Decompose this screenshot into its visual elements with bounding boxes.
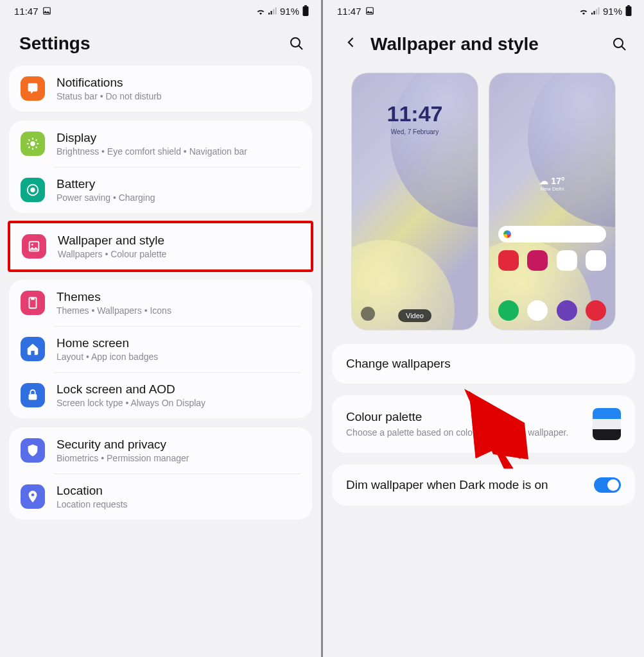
- row-subtitle: Biometrics • Permission manager: [57, 453, 300, 463]
- settings-row-notifications[interactable]: NotificationsStatus bar • Do not disturb: [9, 65, 312, 112]
- wallpaper-icon: [22, 234, 46, 259]
- wifi-icon: [579, 7, 589, 15]
- statusbar-time: 11:47: [337, 6, 361, 17]
- svg-point-12: [31, 244, 33, 246]
- search-icon[interactable]: [612, 37, 627, 52]
- statusbar-battery-pct: 91%: [280, 6, 299, 17]
- settings-row-display[interactable]: DisplayBrightness • Eye comfort shield •…: [9, 121, 312, 167]
- app-icon: [557, 250, 577, 271]
- settings-row-security[interactable]: Security and privacyBiometrics • Permiss…: [9, 427, 312, 474]
- lock-icon: [21, 383, 45, 407]
- row-subtitle: Layout • App icon badges: [57, 352, 300, 362]
- settings-group: DisplayBrightness • Eye comfort shield •…: [9, 121, 312, 213]
- svg-rect-23: [627, 5, 630, 6]
- signal-icon: [591, 7, 600, 15]
- statusbar-battery-pct: 91%: [603, 6, 622, 17]
- row-title: Display: [57, 131, 300, 145]
- phone-app-icon: [498, 300, 519, 321]
- battery-icon: [21, 178, 45, 202]
- row-subtitle: Status bar • Do not disturb: [57, 91, 300, 101]
- homescreen-preview[interactable]: ☁ 17° New Delhi: [489, 73, 615, 330]
- svg-point-16: [31, 493, 35, 497]
- google-search-bar: [498, 226, 606, 243]
- change-wallpapers-row[interactable]: Change wallpapers: [332, 344, 635, 384]
- dim-wallpaper-row[interactable]: Dim wallpaper when Dark mode is on: [332, 465, 635, 506]
- status-bar: 11:47 91%: [0, 0, 321, 19]
- svg-point-24: [614, 38, 623, 47]
- battery-icon: [302, 5, 309, 17]
- messages-app-icon: [527, 300, 548, 321]
- home-icon: [21, 337, 45, 361]
- themes-icon: [21, 291, 45, 315]
- app-icon: [586, 250, 606, 271]
- dim-wallpaper-toggle[interactable]: [594, 477, 621, 493]
- location-icon: [21, 484, 45, 509]
- wifi-icon: [256, 7, 266, 15]
- svg-rect-4: [275, 7, 276, 14]
- lockscreen-date: Wed, 7 February: [352, 128, 478, 135]
- wallpaper-header: Wallpaper and style: [323, 19, 644, 67]
- svg-rect-1: [268, 13, 270, 15]
- browser-app-icon: [557, 300, 577, 321]
- row-title: Location: [57, 484, 300, 498]
- settings-group: Wallpaper and styleWallpapers • Colour p…: [8, 221, 313, 272]
- row-title: Security and privacy: [57, 438, 300, 452]
- settings-group: ThemesThemes • Wallpapers • IconsHome sc…: [9, 280, 312, 418]
- settings-row-lock[interactable]: Lock screen and AODScreen lock type • Al…: [9, 372, 312, 418]
- svg-rect-20: [596, 9, 597, 14]
- svg-rect-19: [593, 11, 595, 15]
- row-title: Battery: [57, 177, 300, 191]
- settings-row-battery[interactable]: BatteryPower saving • Charging: [9, 167, 312, 213]
- row-title: Notifications: [57, 76, 300, 90]
- settings-row-wallpaper[interactable]: Wallpaper and styleWallpapers • Colour p…: [10, 223, 311, 269]
- settings-row-themes[interactable]: ThemesThemes • Wallpapers • Icons: [9, 280, 312, 326]
- lockscreen-time: 11:47: [352, 101, 478, 126]
- row-subtitle: Power saving • Charging: [57, 192, 300, 203]
- picture-icon: [42, 6, 51, 15]
- page-title: Settings: [19, 33, 279, 54]
- palette-swatch: [593, 408, 621, 440]
- colour-palette-description: Choose a palette based on colours from y…: [346, 427, 582, 439]
- row-title: Lock screen and AOD: [57, 382, 300, 397]
- svg-rect-2: [270, 11, 272, 15]
- row-subtitle: Brightness • Eye comfort shield • Naviga…: [57, 146, 300, 157]
- svg-rect-21: [598, 7, 599, 14]
- svg-point-8: [30, 141, 35, 146]
- app-icon: [498, 250, 519, 271]
- colour-palette-label: Colour palette: [346, 410, 582, 424]
- settings-row-home[interactable]: Home screenLayout • App icon badges: [9, 326, 312, 372]
- colour-palette-row[interactable]: Colour palette Choose a palette based on…: [332, 395, 635, 453]
- search-icon[interactable]: [289, 36, 304, 51]
- page-title: Wallpaper and style: [370, 34, 602, 55]
- row-subtitle: Themes • Wallpapers • Icons: [57, 305, 300, 316]
- back-button[interactable]: [342, 33, 360, 55]
- wallpaper-style-screen: 11:47 91% Wallpaper and style 11:47 Wed,…: [323, 0, 644, 657]
- signal-icon: [268, 7, 277, 15]
- row-subtitle: Location requests: [57, 499, 300, 509]
- app-icon: [527, 250, 548, 271]
- status-bar: 11:47 91%: [323, 0, 644, 19]
- row-subtitle: Wallpapers • Colour palette: [58, 249, 299, 259]
- svg-point-7: [291, 38, 300, 47]
- svg-rect-6: [304, 5, 307, 6]
- row-title: Themes: [57, 290, 300, 304]
- svg-rect-14: [31, 298, 35, 300]
- settings-group: NotificationsStatus bar • Do not disturb: [9, 65, 312, 112]
- row-title: Wallpaper and style: [58, 234, 299, 248]
- weather-widget: ☁ 17° New Delhi: [489, 176, 615, 192]
- statusbar-time: 11:47: [14, 6, 39, 17]
- lockscreen-preview[interactable]: 11:47 Wed, 7 February Video: [352, 73, 478, 330]
- settings-screen: 11:47 91% Settings NotificationsStatus b…: [0, 0, 321, 657]
- security-icon: [21, 438, 45, 463]
- dim-wallpaper-label: Dim wallpaper when Dark mode is on: [346, 478, 584, 492]
- display-icon: [21, 132, 45, 156]
- camera-shortcut-icon: [361, 307, 375, 321]
- battery-icon: [625, 5, 632, 17]
- notifications-icon: [21, 76, 45, 101]
- settings-group: Security and privacyBiometrics • Permiss…: [9, 427, 312, 520]
- row-subtitle: Screen lock type • Always On Display: [57, 398, 300, 408]
- svg-rect-22: [626, 6, 632, 16]
- svg-point-10: [30, 187, 35, 192]
- settings-row-location[interactable]: LocationLocation requests: [9, 474, 312, 520]
- svg-rect-15: [29, 394, 37, 400]
